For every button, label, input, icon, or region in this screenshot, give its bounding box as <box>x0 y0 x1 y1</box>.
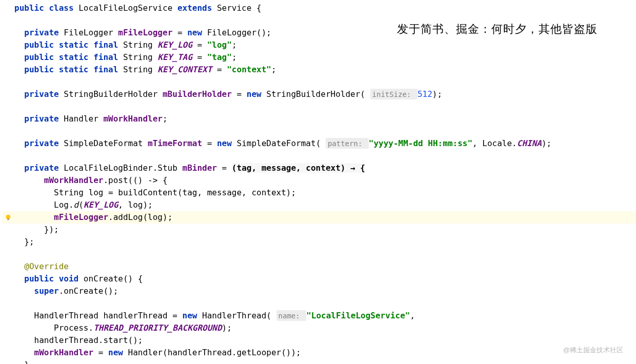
code-line[interactable] <box>2 297 636 310</box>
code-text[interactable]: private LocalFileLogBinder.Stub mBinder … <box>14 162 365 174</box>
code-line[interactable] <box>2 150 636 162</box>
code-line[interactable]: }; <box>2 236 636 248</box>
watermark-top: 发于简书、掘金：何时夕，其他皆盗版 <box>397 23 598 35</box>
code-line[interactable] <box>2 125 636 137</box>
code-text[interactable]: HandlerThread handlerThread = new Handle… <box>14 310 415 322</box>
code-text[interactable]: private StringBuilderHolder mBuilderHold… <box>14 88 442 100</box>
code-text[interactable]: public static final String KEY_CONTEXT =… <box>14 64 276 76</box>
svg-rect-1 <box>7 219 9 220</box>
code-text[interactable]: private Handler mWorkHandler; <box>14 113 168 125</box>
code-line[interactable]: Log.d(KEY_LOG, log); <box>2 199 636 211</box>
code-line[interactable] <box>2 76 636 88</box>
code-text[interactable]: public static final String KEY_TAG = "ta… <box>14 51 237 64</box>
code-text[interactable]: String log = buildContent(tag, message, … <box>14 187 296 199</box>
code-text[interactable]: private FileLogger mFileLogger = new Fil… <box>14 27 271 39</box>
code-line[interactable] <box>2 100 636 113</box>
code-line[interactable]: private StringBuilderHolder mBuilderHold… <box>2 88 636 100</box>
code-line[interactable]: @Override <box>2 260 636 273</box>
code-line[interactable]: super.onCreate(); <box>2 285 636 297</box>
code-line[interactable]: mFileLogger.addLog(log); <box>2 211 636 224</box>
code-text[interactable]: handlerThread.start(); <box>14 334 143 347</box>
code-text[interactable]: Process.THREAD_PRIORITY_BACKGROUND); <box>14 322 232 334</box>
code-line[interactable]: public void onCreate() { <box>2 273 636 285</box>
param-hint: initSize: <box>370 89 418 99</box>
code-line[interactable]: private LocalFileLogBinder.Stub mBinder … <box>2 162 636 174</box>
code-line[interactable]: private Handler mWorkHandler; <box>2 113 636 125</box>
code-line[interactable]: public static final String KEY_CONTEXT =… <box>2 64 636 76</box>
code-line[interactable]: handlerThread.start(); <box>2 334 636 347</box>
code-line[interactable] <box>2 248 636 260</box>
watermark-bottom: @稀土掘金技术社区 <box>563 344 623 356</box>
code-text[interactable]: mWorkHandler.post(() -> { <box>14 174 168 187</box>
code-editor[interactable]: public class LocalFileLogService extends… <box>0 0 636 364</box>
param-hint: pattern: <box>326 138 369 149</box>
code-line[interactable]: public static final String KEY_TAG = "ta… <box>2 51 636 64</box>
gutter <box>2 214 14 221</box>
code-line[interactable]: HandlerThread handlerThread = new Handle… <box>2 310 636 322</box>
code-text[interactable]: public class LocalFileLogService extends… <box>14 2 262 14</box>
code-text[interactable]: mWorkHandler = new Handler(handlerThread… <box>14 347 301 359</box>
code-line[interactable]: public class LocalFileLogService extends… <box>2 2 636 14</box>
code-text[interactable]: @Override <box>14 260 69 273</box>
code-line[interactable]: Process.THREAD_PRIORITY_BACKGROUND); <box>2 322 636 334</box>
code-text[interactable]: public void onCreate() { <box>14 273 143 285</box>
code-text[interactable]: mFileLogger.addLog(log); <box>14 211 172 224</box>
code-text[interactable]: }; <box>14 236 34 248</box>
code-line[interactable]: } <box>2 359 636 364</box>
code-line[interactable]: private SimpleDateFormat mTimeFormat = n… <box>2 137 636 150</box>
param-hint: name: <box>276 310 307 321</box>
code-text[interactable]: private SimpleDateFormat mTimeFormat = n… <box>14 137 551 150</box>
code-text[interactable]: }); <box>14 224 59 236</box>
code-line[interactable]: mWorkHandler = new Handler(handlerThread… <box>2 347 636 359</box>
code-line[interactable]: String log = buildContent(tag, message, … <box>2 187 636 199</box>
code-text[interactable]: super.onCreate(); <box>14 285 118 297</box>
code-line[interactable]: public static final String KEY_LOG = "lo… <box>2 39 636 51</box>
code-text[interactable]: } <box>14 359 29 364</box>
code-line[interactable]: mWorkHandler.post(() -> { <box>2 174 636 187</box>
code-text[interactable]: Log.d(KEY_LOG, log); <box>14 199 153 211</box>
code-line[interactable]: }); <box>2 224 636 236</box>
code-text[interactable]: public static final String KEY_LOG = "lo… <box>14 39 237 51</box>
bulb-icon[interactable] <box>5 214 12 221</box>
